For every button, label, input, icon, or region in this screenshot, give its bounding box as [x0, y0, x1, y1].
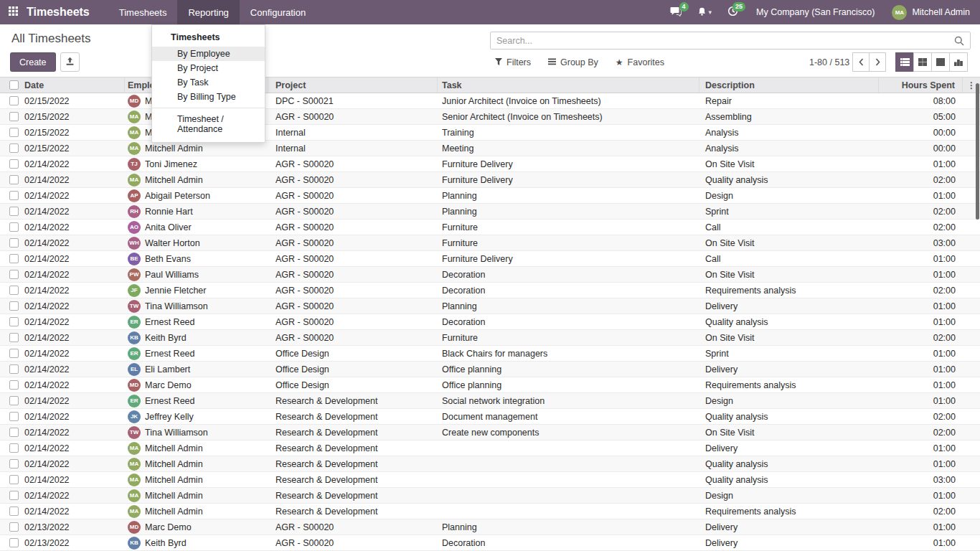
search-icon[interactable] — [948, 36, 970, 46]
column-header-description[interactable]: Description — [699, 77, 879, 93]
row-checkbox[interactable] — [9, 333, 19, 342]
row-checkbox[interactable] — [9, 159, 19, 169]
cell-description: Delivery — [699, 519, 879, 534]
table-row[interactable]: 02/14/2022 BE Beth Evans AGR - S00020 Fu… — [0, 251, 980, 267]
table-row[interactable]: 02/14/2022 JK Jeffrey Kelly Research & D… — [0, 409, 980, 425]
table-row[interactable]: 02/14/2022 JF Jennie Fletcher AGR - S000… — [0, 283, 980, 298]
nav-item-reporting[interactable]: Reporting — [177, 0, 239, 24]
row-checkbox[interactable] — [9, 538, 19, 547]
column-header-task[interactable]: Task — [438, 77, 699, 93]
search-input[interactable] — [491, 32, 948, 49]
menu-item-by-task[interactable]: By Task — [152, 75, 265, 90]
table-row[interactable]: 02/14/2022 MA Mitchell Admin Research & … — [0, 456, 980, 472]
nav-item-timesheets[interactable]: Timesheets — [108, 0, 178, 24]
table-row[interactable]: 02/14/2022 ER Ernest Reed AGR - S00020 D… — [0, 314, 980, 330]
row-checkbox[interactable] — [9, 112, 19, 121]
nav-item-configuration[interactable]: Configuration — [240, 0, 316, 24]
filters-button[interactable]: Filters — [495, 57, 531, 67]
menu-item-by-employee[interactable]: By Employee — [152, 47, 265, 61]
table-row[interactable]: 02/15/2022 MD Marc Demo DPC - S00021 Jun… — [0, 93, 980, 109]
table-row[interactable]: 02/14/2022 AO Anita Oliver AGR - S00020 … — [0, 220, 980, 235]
pager-next-button[interactable] — [869, 52, 886, 72]
table-row[interactable]: 02/14/2022 MA Mitchell Admin Research & … — [0, 441, 980, 456]
table-row[interactable]: 02/14/2022 MD Marc Demo Office Design Of… — [0, 377, 980, 393]
table-row[interactable]: 02/15/2022 MA Mitchell Admin Internal Tr… — [0, 125, 980, 141]
row-checkbox[interactable] — [9, 412, 19, 421]
table-row[interactable]: 02/13/2022 MD Marc Demo AGR - S00020 Pla… — [0, 519, 980, 535]
create-button[interactable]: Create — [10, 52, 56, 72]
view-switch-pivot[interactable] — [931, 52, 950, 72]
row-checkbox[interactable] — [9, 191, 19, 200]
row-checkbox[interactable] — [9, 96, 19, 105]
select-all-checkbox[interactable] — [9, 80, 19, 90]
view-switch-kanban[interactable] — [913, 52, 932, 72]
row-checkbox[interactable] — [9, 286, 19, 295]
table-row[interactable]: 02/13/2022 KB Keith Byrd AGR - S00020 De… — [0, 535, 980, 551]
table-row[interactable]: 02/14/2022 RH Ronnie Hart AGR - S00020 P… — [0, 204, 980, 220]
table-row[interactable]: 02/14/2022 KB Keith Byrd AGR - S00020 Fu… — [0, 330, 980, 346]
table-row[interactable]: 02/14/2022 MA Mitchell Admin Research & … — [0, 472, 980, 488]
timesheet-table-body: 02/15/2022 MD Marc Demo DPC - S00021 Jun… — [0, 93, 980, 551]
cell-project: AGR - S00020 — [268, 314, 438, 329]
row-checkbox[interactable] — [9, 301, 19, 311]
table-row[interactable]: 02/15/2022 MA Mitchell Admin AGR - S0002… — [0, 109, 980, 125]
row-checkbox[interactable] — [9, 143, 19, 153]
optional-columns-toggle-icon[interactable]: ⋮ — [967, 80, 976, 90]
row-checkbox[interactable] — [9, 396, 19, 405]
row-checkbox[interactable] — [9, 349, 19, 358]
user-avatar: MA — [892, 5, 907, 20]
menu-item-by-project[interactable]: By Project — [152, 61, 265, 75]
table-row[interactable]: 02/14/2022 MA Mitchell Admin AGR - S0002… — [0, 172, 980, 188]
export-button[interactable] — [60, 52, 80, 72]
favorites-button[interactable]: ★ Favorites — [616, 57, 664, 67]
table-row[interactable]: 02/14/2022 TW Tina Williamson AGR - S000… — [0, 298, 980, 314]
row-checkbox[interactable] — [9, 443, 19, 453]
row-checkbox[interactable] — [9, 254, 19, 263]
row-checkbox[interactable] — [9, 207, 19, 216]
company-switcher[interactable]: My Company (San Francisco) — [746, 0, 885, 24]
activities-button[interactable]: 25 — [720, 0, 746, 24]
user-menu[interactable]: MA Mitchell Admin — [885, 0, 980, 24]
vertical-scrollbar-thumb[interactable] — [976, 83, 979, 220]
column-header-date[interactable]: Date — [22, 77, 125, 93]
column-header-hours-spent[interactable]: Hours Spent — [879, 77, 963, 93]
row-checkbox[interactable] — [9, 475, 19, 484]
employee-avatar: MA — [128, 489, 141, 502]
row-checkbox[interactable] — [9, 491, 19, 500]
column-header-project[interactable]: Project — [268, 77, 438, 93]
messages-button[interactable]: 4 — [662, 0, 689, 24]
view-switch-graph[interactable] — [949, 52, 968, 72]
row-checkbox[interactable] — [9, 222, 19, 232]
row-checkbox[interactable] — [9, 175, 19, 184]
table-row[interactable]: 02/14/2022 ER Ernest Reed Office Design … — [0, 346, 980, 362]
group-by-button[interactable]: Group By — [548, 57, 598, 67]
table-row[interactable]: 02/14/2022 ER Ernest Reed Research & Dev… — [0, 393, 980, 409]
view-switch-list[interactable] — [895, 52, 914, 72]
row-checkbox[interactable] — [9, 522, 19, 532]
table-row[interactable]: 02/14/2022 WH Walter Horton AGR - S00020… — [0, 235, 980, 251]
table-row[interactable]: 02/14/2022 AP Abigail Peterson AGR - S00… — [0, 188, 980, 204]
table-row[interactable]: 02/14/2022 MA Mitchell Admin Research & … — [0, 504, 980, 519]
table-row[interactable]: 02/15/2022 MA Mitchell Admin Internal Me… — [0, 141, 980, 156]
table-row[interactable]: 02/14/2022 TW Tina Williamson Research &… — [0, 425, 980, 441]
apps-menu-button[interactable] — [0, 0, 27, 24]
employee-name: Marc Demo — [145, 380, 192, 390]
notifications-button[interactable]: ▾ — [689, 0, 720, 24]
row-checkbox[interactable] — [9, 128, 19, 137]
app-title[interactable]: Timesheets — [27, 0, 108, 24]
table-row[interactable]: 02/14/2022 PW Paul Williams AGR - S00020… — [0, 267, 980, 283]
row-checkbox[interactable] — [9, 428, 19, 437]
row-checkbox[interactable] — [9, 364, 19, 374]
pager-previous-button[interactable] — [852, 52, 870, 72]
row-checkbox[interactable] — [9, 459, 19, 468]
table-row[interactable]: 02/14/2022 MA Mitchell Admin Research & … — [0, 488, 980, 504]
menu-item-timesheet-attendance[interactable]: Timesheet / Attendance — [152, 112, 265, 136]
menu-item-by-billing-type[interactable]: By Billing Type — [152, 90, 265, 104]
row-checkbox[interactable] — [9, 507, 19, 516]
row-checkbox[interactable] — [9, 317, 19, 326]
table-row[interactable]: 02/14/2022 EL Eli Lambert Office Design … — [0, 362, 980, 377]
row-checkbox[interactable] — [9, 380, 19, 390]
table-row[interactable]: 02/14/2022 TJ Toni Jimenez AGR - S00020 … — [0, 156, 980, 172]
row-checkbox[interactable] — [9, 238, 19, 248]
row-checkbox[interactable] — [9, 270, 19, 279]
